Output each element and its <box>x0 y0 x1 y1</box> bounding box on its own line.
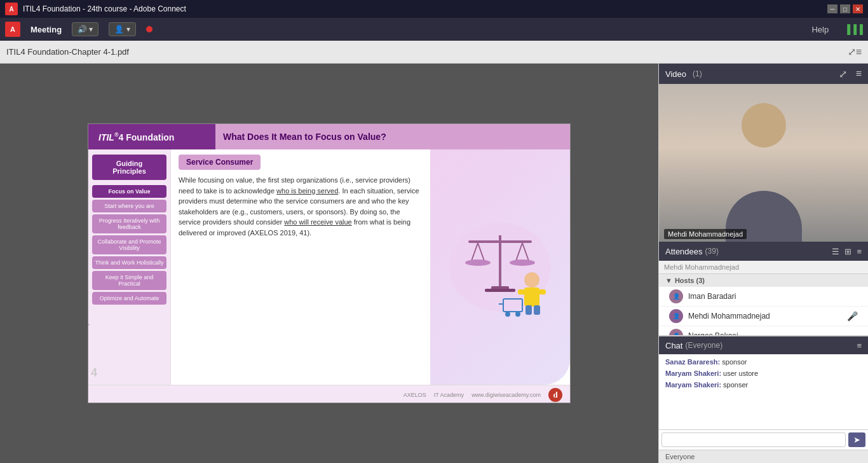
chat-everyone-label: Everyone <box>665 453 695 460</box>
axelos-logo: AXELOS <box>403 392 426 398</box>
hosts-label: Hosts (3) <box>675 277 705 284</box>
principle-keep-simple[interactable]: Keep it Simple and Practical <box>92 271 166 290</box>
svg-rect-10 <box>485 289 515 292</box>
expand-button[interactable]: ⤢ <box>848 46 856 58</box>
chat-input-bar: ➤ <box>659 429 868 450</box>
window-controls: ─ □ ✕ <box>827 4 863 13</box>
attendees-grid-icon[interactable]: ⊞ <box>844 247 851 256</box>
video-title: Video <box>665 69 686 79</box>
search-name: Mehdi Mohammadnejad <box>664 263 739 271</box>
chat-footer: Everyone <box>659 450 868 463</box>
mic-active-icon: 🎤 <box>847 311 858 321</box>
slide-container: ITIL®4 Foundation What Does It Mean to F… <box>5 69 653 458</box>
maximize-button[interactable]: □ <box>840 4 850 13</box>
principle-think-work[interactable]: Think and Work Holistically <box>92 256 166 269</box>
attendee-name: Iman Baradari <box>688 292 736 301</box>
svs-label: Service Value System <box>88 310 90 366</box>
underline-2: who will receive value <box>284 218 351 226</box>
chat-message: Maryam Shakeri: user ustore <box>665 370 862 377</box>
attendees-title: Attendees <box>665 247 703 256</box>
principle-collaborate[interactable]: Collaborate and Promote Visibility <box>92 235 166 254</box>
slide-main-content: Service Consumer While focusing on value… <box>171 149 430 385</box>
slide-body: Guiding Principles Focus on Value Start … <box>88 149 570 385</box>
person-head <box>742 103 786 148</box>
close-button[interactable]: ✕ <box>853 4 863 13</box>
attendee-avatar: 👤 <box>669 289 683 303</box>
attendee-name: Narges Bokaei <box>688 331 738 335</box>
itacademy-logo: IT Academy <box>434 392 464 398</box>
chat-sender: Maryam Shakeri: <box>665 381 721 389</box>
attendees-count: (39) <box>705 247 719 256</box>
attendee-avatar: 👤 <box>669 329 683 335</box>
chat-text: sponser <box>723 381 748 389</box>
principle-focus-value[interactable]: Focus on Value <box>92 185 166 198</box>
collapse-icon: ▼ <box>665 277 672 284</box>
minimize-button[interactable]: ─ <box>827 4 837 13</box>
video-section: Video (1) ⤢ ≡ Mehdi Mohammadnejad <box>659 64 868 242</box>
signal-icon: ▐▐▐ <box>844 24 863 34</box>
svg-rect-2 <box>468 240 532 243</box>
svg-rect-16 <box>534 305 540 315</box>
video-expand-icon[interactable]: ⤢ <box>839 68 847 80</box>
attendee-item: 👤 Narges Bokaei <box>659 326 868 335</box>
help-button[interactable]: Help <box>811 25 829 34</box>
chat-menu-icon[interactable]: ≡ <box>857 341 862 350</box>
brand-text: ITIL®4 Foundation <box>98 132 174 142</box>
video-person <box>659 84 868 242</box>
adobe-logo-icon: A <box>5 3 18 15</box>
slide-topic: What Does It Mean to Focus on Value? <box>215 124 570 149</box>
slide-body-text: While focusing on value, the first step … <box>179 175 423 238</box>
chat-send-button[interactable]: ➤ <box>848 432 865 447</box>
svg-point-11 <box>524 272 539 287</box>
video-feed: Mehdi Mohammadnejad <box>659 84 868 242</box>
titlebar: A ITIL4 Foundation - 24th course - Adobe… <box>0 0 868 18</box>
svg-rect-12 <box>524 287 539 307</box>
right-panel: Video (1) ⤢ ≡ Mehdi Mohammadnejad Attend… <box>658 64 868 463</box>
attendees-section: Attendees (39) ☰ ⊞ ≡ Mehdi Mohammadnejad… <box>659 242 868 336</box>
main-layout: ITIL®4 Foundation What Does It Mean to F… <box>0 64 868 463</box>
website-url: www.digiwiseacademy.com <box>471 392 541 398</box>
svg-rect-14 <box>537 289 546 294</box>
menubar: A Meeting 🔊 ▾ 👤 ▾ Help ▐▐▐ <box>0 18 868 41</box>
chat-title: Chat <box>665 341 682 350</box>
camera-button[interactable]: 👤 ▾ <box>109 22 135 36</box>
service-consumer-label: Service Consumer <box>179 155 261 170</box>
slide-illustration <box>430 149 570 385</box>
attendee-name: Mehdi Mohammadnejad <box>688 312 770 321</box>
audio-controls[interactable]: 🔊 ▾ <box>72 22 98 36</box>
attendees-list: ▼ Hosts (3) 👤 Iman Baradari 👤 Mehdi Moha… <box>659 274 868 335</box>
video-menu-icon[interactable]: ≡ <box>856 68 862 79</box>
adobe-menu-icon: A <box>5 22 20 37</box>
attendee-item: 👤 Iman Baradari <box>659 287 868 307</box>
video-count: (1) <box>693 69 702 78</box>
slide-sidebar: Guiding Principles Focus on Value Start … <box>88 149 171 385</box>
attendees-menu-icon[interactable]: ≡ <box>857 247 862 256</box>
principle-start-where[interactable]: Start where you are <box>92 200 166 212</box>
meeting-menu-item[interactable]: Meeting <box>31 25 62 34</box>
svg-point-8 <box>510 259 535 266</box>
principle-optimize[interactable]: Optimize and Automate <box>92 292 166 305</box>
attendees-list-icon[interactable]: ☰ <box>832 247 839 256</box>
recording-indicator <box>146 26 153 32</box>
chat-text: sponsor <box>722 358 747 366</box>
audio-button[interactable]: 🔊 ▾ <box>72 22 98 36</box>
guiding-principles-label: Guiding Principles <box>92 155 166 180</box>
hosts-group-header[interactable]: ▼ Hosts (3) <box>659 274 868 287</box>
document-header-bar: ITIL4 Foundation-Chapter 4-1.pdf ⤢ ≡ <box>0 41 868 64</box>
chat-message: Sanaz Bararesh: sponsor <box>665 358 862 366</box>
chat-sender: Sanaz Bararesh: <box>665 358 720 366</box>
svg-point-18 <box>505 312 510 317</box>
camera-controls[interactable]: 👤 ▾ <box>109 22 135 36</box>
slide-header: ITIL®4 Foundation What Does It Mean to F… <box>88 124 570 149</box>
attendees-header-icons: ☰ ⊞ ≡ <box>832 247 862 256</box>
attendees-search: Mehdi Mohammadnejad <box>659 261 868 274</box>
document-title: ITIL4 Foundation-Chapter 4-1.pdf <box>6 47 129 57</box>
panel-menu-button[interactable]: ≡ <box>856 46 862 58</box>
attendee-item: 👤 Mehdi Mohammadnejad 🎤 <box>659 307 868 326</box>
chat-section: Chat (Everyone) ≡ Sanaz Bararesh: sponso… <box>659 336 868 463</box>
chat-header: Chat (Everyone) ≡ <box>659 336 868 354</box>
chat-input[interactable] <box>661 432 846 447</box>
chat-message: Maryam Shakeri: sponser <box>665 381 862 389</box>
video-header: Video (1) ⤢ ≡ <box>659 64 868 84</box>
principle-progress[interactable]: Progress Iteratively with feedback <box>92 214 166 233</box>
